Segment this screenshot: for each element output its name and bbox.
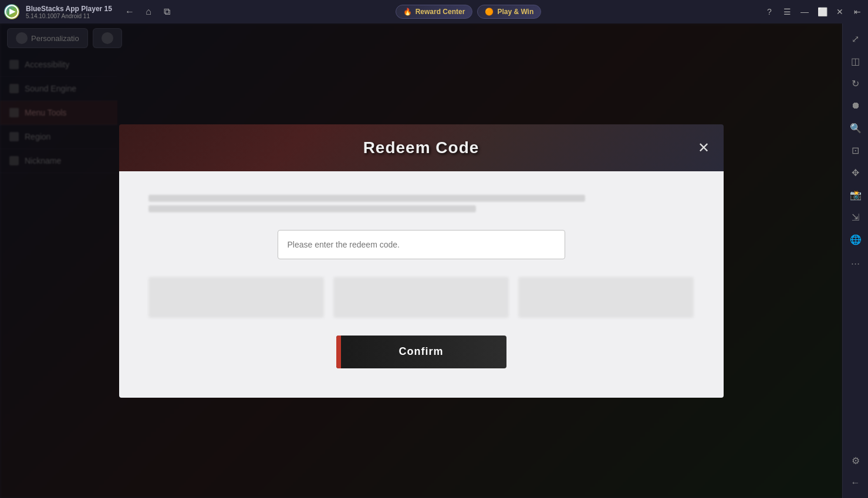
settings-sidebar-button[interactable]: ⚙ xyxy=(845,450,866,471)
screenshot-sidebar-button[interactable]: ◫ xyxy=(845,50,866,72)
app-info: BlueStacks App Player 15 5.14.10.1007 An… xyxy=(26,5,112,19)
menu-button[interactable]: ☰ xyxy=(779,4,795,20)
app-version: 5.14.10.1007 Android 11 xyxy=(26,13,112,19)
maximize-button[interactable]: ⬜ xyxy=(814,4,830,20)
camera2-sidebar-button[interactable]: 📸 xyxy=(845,184,866,205)
blurred-card-1 xyxy=(148,277,324,318)
zoom-icon: 🔍 xyxy=(850,123,862,134)
blurred-card-3 xyxy=(518,277,694,318)
blurred-card-2 xyxy=(333,277,509,318)
globe-sidebar-button[interactable]: 🌐 xyxy=(845,229,866,250)
undock-button[interactable]: ⇤ xyxy=(849,4,866,20)
bluestacks-logo-icon xyxy=(4,4,19,19)
modal-confirm-area: Confirm xyxy=(148,336,694,368)
title-bar: BlueStacks App Player 15 5.14.10.1007 An… xyxy=(0,0,868,23)
pan-sidebar-button[interactable]: ✥ xyxy=(845,162,866,183)
title-bar-center: 🔥 Reward Center 🟠 Play & Win xyxy=(175,5,761,19)
record-sidebar-button[interactable]: ⏺ xyxy=(845,95,866,116)
window-controls: ? ☰ — ⬜ ✕ ⇤ xyxy=(761,4,866,20)
home-nav-button[interactable]: ⌂ xyxy=(140,4,157,20)
nav-controls: ← ⌂ ⧉ xyxy=(121,4,175,20)
redeem-code-modal: Redeem Code ✕ Confirm xyxy=(119,124,724,398)
settings-icon: ⚙ xyxy=(852,455,860,466)
modal-description-area xyxy=(148,195,694,212)
desc-line-2 xyxy=(148,205,476,212)
modal-close-button[interactable]: ✕ xyxy=(693,137,714,158)
modal-blurred-cards xyxy=(148,277,694,318)
back-sidebar-button[interactable]: ← xyxy=(845,472,866,493)
help-button[interactable]: ? xyxy=(761,4,778,20)
confirm-button-label: Confirm xyxy=(399,345,444,358)
modal-header: Redeem Code ✕ xyxy=(119,124,724,171)
camera2-icon: 📸 xyxy=(850,189,862,201)
close-button[interactable]: ✕ xyxy=(832,4,848,20)
desc-line-1 xyxy=(148,195,585,202)
main-content: Personalizatio Accessibility Sound Engin… xyxy=(0,23,842,498)
back-icon: ← xyxy=(851,477,860,488)
crop-sidebar-button[interactable]: ⊡ xyxy=(845,140,866,161)
crop-icon: ⊡ xyxy=(852,145,859,156)
play-win-button[interactable]: 🟠 Play & Win xyxy=(477,5,541,19)
tabs-nav-button[interactable]: ⧉ xyxy=(159,4,175,20)
rotate-icon: ↻ xyxy=(852,78,859,89)
globe-icon: 🌐 xyxy=(850,234,862,245)
modal-title: Redeem Code xyxy=(363,138,479,157)
more-icon: … xyxy=(851,256,860,267)
more-sidebar-button[interactable]: … xyxy=(845,251,866,272)
zoom-sidebar-button[interactable]: 🔍 xyxy=(845,117,866,138)
expand-sidebar-button[interactable]: ⤢ xyxy=(845,28,866,49)
reward-center-icon: 🔥 xyxy=(403,8,412,16)
back-nav-button[interactable]: ← xyxy=(121,4,138,20)
app-logo xyxy=(0,0,23,23)
minimize-button[interactable]: — xyxy=(796,4,813,20)
resize-sidebar-button[interactable]: ⇲ xyxy=(845,206,866,228)
svg-marker-1 xyxy=(9,9,16,15)
modal-body: Confirm xyxy=(119,171,724,398)
reward-center-label: Reward Center xyxy=(416,8,465,16)
expand-icon: ⤢ xyxy=(852,33,859,45)
resize-icon: ⇲ xyxy=(852,212,859,223)
modal-input-area xyxy=(148,230,694,259)
reward-center-button[interactable]: 🔥 Reward Center xyxy=(396,5,473,19)
rotate-sidebar-button[interactable]: ↻ xyxy=(845,73,866,94)
confirm-button[interactable]: Confirm xyxy=(336,336,506,368)
app-name: BlueStacks App Player 15 xyxy=(26,5,112,13)
screenshot-icon: ◫ xyxy=(851,56,860,67)
right-sidebar: ⤢ ◫ ↻ ⏺ 🔍 ⊡ ✥ 📸 ⇲ 🌐 … ⚙ ← xyxy=(842,23,868,498)
pan-icon: ✥ xyxy=(852,167,859,178)
record-icon: ⏺ xyxy=(851,100,860,111)
redeem-code-input[interactable] xyxy=(278,230,565,259)
play-win-label: Play & Win xyxy=(497,8,533,16)
play-win-icon: 🟠 xyxy=(485,8,494,16)
